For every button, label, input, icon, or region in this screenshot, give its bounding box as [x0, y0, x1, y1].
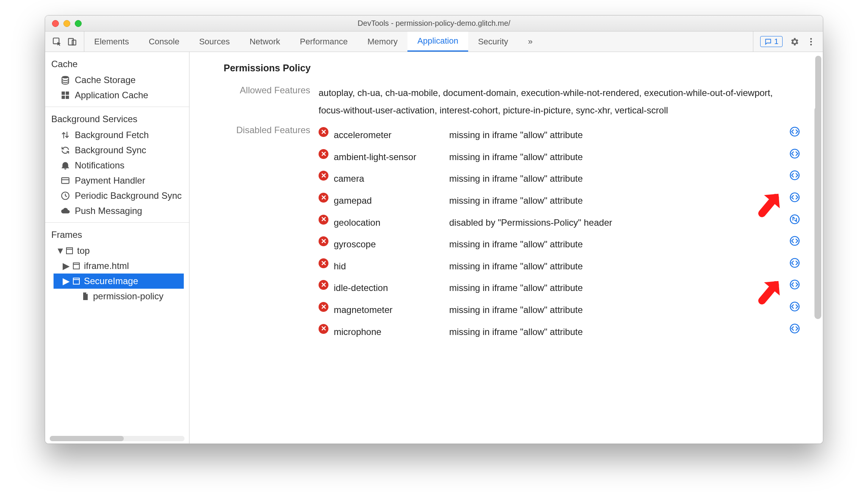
devtools-window: DevTools - permission-policy-demo.glitch…	[45, 15, 823, 444]
svg-rect-11	[62, 178, 69, 183]
grid-icon	[60, 90, 70, 100]
error-icon: ✕	[319, 127, 328, 137]
svg-point-3	[810, 38, 812, 39]
feature-reason: missing in iframe "allow" attribute	[449, 236, 784, 253]
device-toolbar-icon[interactable]	[67, 37, 77, 47]
reveal-in-elements-icon[interactable]	[789, 148, 800, 159]
feature-reason: missing in iframe "allow" attribute	[449, 192, 784, 209]
settings-icon[interactable]	[789, 37, 799, 47]
sync-icon	[60, 145, 70, 155]
error-icon: ✕	[319, 258, 328, 268]
disclosure-triangle-icon[interactable]: ▼	[56, 245, 62, 256]
kebab-menu-icon[interactable]	[806, 37, 816, 47]
window-zoom-button[interactable]	[75, 20, 82, 27]
inspect-element-icon[interactable]	[52, 37, 62, 47]
error-icon: ✕	[319, 215, 328, 225]
sidebar-group-background-services: Background Services	[51, 112, 184, 127]
updown-icon	[60, 130, 70, 140]
sidebar-item-periodic-background-sync[interactable]: Periodic Background Sync	[51, 188, 184, 203]
disclosure-triangle-icon[interactable]: ▶	[63, 261, 69, 271]
sidebar-item-label: Push Messaging	[75, 206, 142, 216]
error-icon: ✕	[319, 302, 328, 312]
tab-application[interactable]: Application	[407, 31, 468, 52]
sidebar-item-notifications[interactable]: Notifications	[51, 158, 184, 173]
disabled-feature-row: ✕geolocationdisabled by "Permissions-Pol…	[319, 212, 800, 234]
sidebar-item-background-fetch[interactable]: Background Fetch	[51, 127, 184, 143]
frame-tree-item[interactable]: ▶SecureImage	[54, 274, 184, 289]
disabled-feature-row: ✕idle-detectionmissing in iframe "allow"…	[319, 277, 800, 299]
feature-name: camera	[334, 170, 444, 187]
disabled-feature-row: ✕magnetometermissing in iframe "allow" a…	[319, 299, 800, 321]
panel-title: Permissions Policy	[224, 63, 800, 74]
window-minimize-button[interactable]	[63, 20, 70, 27]
bell-icon	[60, 160, 70, 170]
tab-memory[interactable]: Memory	[358, 31, 407, 52]
reveal-in-network-icon[interactable]	[789, 214, 800, 225]
tab-network[interactable]: Network	[240, 31, 290, 52]
error-icon: ✕	[319, 236, 328, 246]
window-vertical-scrollbar[interactable]	[814, 53, 821, 439]
card-icon	[60, 176, 70, 186]
disclosure-triangle-icon[interactable]: ▶	[63, 276, 69, 286]
disabled-feature-row: ✕hidmissing in iframe "allow" attribute	[319, 255, 800, 277]
reveal-in-elements-icon[interactable]	[789, 170, 800, 181]
allowed-features-label: Allowed Features	[224, 84, 319, 96]
reveal-in-elements-icon[interactable]	[789, 258, 800, 268]
tab-performance[interactable]: Performance	[290, 31, 358, 52]
frame-tree-item[interactable]: ▶iframe.html	[54, 258, 184, 274]
document-icon	[81, 292, 90, 301]
reveal-in-elements-icon[interactable]	[789, 279, 800, 290]
feature-reason: missing in iframe "allow" attribute	[449, 323, 784, 341]
tab-elements[interactable]: Elements	[84, 31, 139, 52]
sidebar-horizontal-scrollbar[interactable]	[50, 436, 185, 441]
svg-point-5	[810, 44, 812, 45]
sidebar-item-push-messaging[interactable]: Push Messaging	[51, 203, 184, 219]
feature-name: microphone	[334, 323, 444, 341]
sidebar-item-cache-storage[interactable]: Cache Storage	[51, 72, 184, 88]
feature-reason: missing in iframe "allow" attribute	[449, 170, 784, 187]
disabled-feature-row: ✕gyroscopemissing in iframe "allow" attr…	[319, 233, 800, 255]
feature-name: accelerometer	[334, 126, 444, 144]
feature-name: geolocation	[334, 214, 444, 231]
sidebar-item-label: Application Cache	[75, 90, 148, 101]
frame-tree-item[interactable]: ▼top	[54, 243, 184, 258]
sidebar-item-label: Payment Handler	[75, 175, 145, 186]
tab-console[interactable]: Console	[139, 31, 189, 52]
error-icon: ✕	[319, 171, 328, 181]
issues-badge[interactable]: 1	[760, 36, 783, 47]
error-icon: ✕	[319, 149, 328, 159]
frame-icon	[72, 261, 81, 270]
feature-reason: disabled by "Permissions-Policy" header	[449, 214, 784, 231]
tab-security[interactable]: Security	[468, 31, 518, 52]
reveal-in-elements-icon[interactable]	[789, 301, 800, 312]
tree-item-label: iframe.html	[84, 261, 129, 271]
reveal-in-elements-icon[interactable]	[789, 323, 800, 334]
disabled-feature-row: ✕accelerometermissing in iframe "allow" …	[319, 124, 800, 146]
frame-tree-item[interactable]: permission-policy	[54, 289, 184, 304]
sidebar-item-label: Periodic Background Sync	[75, 190, 181, 201]
clock-icon	[60, 191, 70, 201]
issues-count: 1	[774, 37, 778, 46]
sidebar-item-background-sync[interactable]: Background Sync	[51, 143, 184, 158]
reveal-in-elements-icon[interactable]	[789, 192, 800, 203]
frame-icon	[65, 246, 74, 255]
sidebar-item-application-cache[interactable]: Application Cache	[51, 88, 184, 103]
sidebar-item-label: Cache Storage	[75, 75, 136, 85]
reveal-in-elements-icon[interactable]	[789, 236, 800, 246]
svg-point-20	[790, 215, 799, 223]
error-icon: ✕	[319, 280, 328, 290]
disabled-features-label: Disabled Features	[224, 124, 319, 135]
svg-rect-9	[62, 96, 65, 99]
svg-rect-10	[66, 96, 69, 99]
svg-rect-8	[66, 91, 69, 95]
window-close-button[interactable]	[52, 20, 59, 27]
sidebar-group-cache: Cache	[51, 57, 184, 72]
sidebar-item-payment-handler[interactable]: Payment Handler	[51, 173, 184, 188]
tab-sources[interactable]: Sources	[189, 31, 240, 52]
svg-rect-2	[72, 40, 76, 45]
tabs-overflow-button[interactable]: »	[518, 31, 542, 52]
devtools-tabstrip: ElementsConsoleSourcesNetworkPerformance…	[45, 31, 823, 52]
error-icon: ✕	[319, 193, 328, 203]
reveal-in-elements-icon[interactable]	[789, 126, 800, 137]
tree-item-label: SecureImage	[84, 276, 138, 286]
